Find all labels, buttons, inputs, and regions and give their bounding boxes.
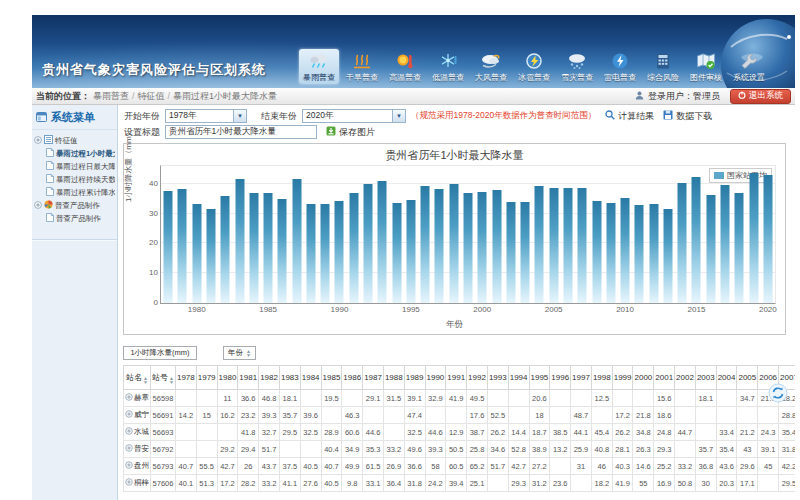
- year-header-1999[interactable]: 1999: [612, 366, 633, 390]
- year-header-2003[interactable]: 2003: [695, 366, 716, 390]
- row-expand-icon[interactable]: [125, 461, 133, 471]
- year-header-1988[interactable]: 1988: [383, 366, 404, 390]
- station-name-header[interactable]: 站名▲▼: [124, 366, 151, 390]
- save-image-button[interactable]: 保存图片: [326, 126, 375, 139]
- year-header-1990[interactable]: 1990: [425, 366, 446, 390]
- bar-2010[interactable]: [621, 198, 630, 303]
- station-id-header[interactable]: 站号▲▼: [151, 366, 176, 390]
- bar-1989[interactable]: [321, 204, 330, 303]
- sort-icons[interactable]: ▲▼: [143, 376, 148, 384]
- nav-drought-survey[interactable]: 干旱普查: [342, 49, 382, 84]
- bar-2019[interactable]: [749, 173, 758, 303]
- bar-1992[interactable]: [364, 184, 373, 303]
- bar-1996[interactable]: [421, 186, 430, 303]
- bar-2018[interactable]: [735, 193, 744, 303]
- nav-system-settings[interactable]: 系统设置: [729, 49, 769, 84]
- year-header-1987[interactable]: 1987: [363, 366, 384, 390]
- year-header-1997[interactable]: 1997: [571, 366, 592, 390]
- sort-icons[interactable]: ▲▼: [246, 349, 251, 357]
- calculate-result-button[interactable]: 计算结果: [605, 110, 654, 123]
- bar-2002[interactable]: [506, 202, 515, 303]
- sort-icons[interactable]: ▲▼: [169, 376, 174, 384]
- chart-title-input[interactable]: [165, 125, 317, 139]
- year-header-2005[interactable]: 2005: [737, 366, 758, 390]
- bar-1991[interactable]: [349, 193, 358, 303]
- bar-2017[interactable]: [721, 185, 730, 303]
- bar-1998[interactable]: [449, 184, 458, 303]
- nav-heat-survey[interactable]: 高温普查: [385, 49, 425, 84]
- tree-item-1-0[interactable]: 普查产品制作: [34, 212, 115, 225]
- bar-2012[interactable]: [649, 204, 658, 303]
- tree-group-0[interactable]: 特征值: [34, 134, 115, 147]
- tree-item-0-3[interactable]: 暴雨过程累计降水量: [34, 186, 115, 199]
- bar-1997[interactable]: [435, 189, 444, 303]
- bar-1982[interactable]: [221, 196, 230, 303]
- breadcrumb-item-2[interactable]: 暴雨过程1小时最大降水量: [173, 91, 277, 101]
- year-header-1989[interactable]: 1989: [404, 366, 425, 390]
- year-header-2004[interactable]: 2004: [716, 366, 737, 390]
- year-header-1981[interactable]: 1981: [238, 366, 259, 390]
- bar-2004[interactable]: [535, 186, 544, 303]
- year-header-1998[interactable]: 1998: [591, 366, 612, 390]
- year-header-1982[interactable]: 1982: [259, 366, 280, 390]
- nav-lightning-survey[interactable]: 雷电普查: [600, 49, 640, 84]
- expand-icon[interactable]: [34, 201, 42, 211]
- start-year-select[interactable]: 1978年 ▼: [165, 109, 247, 123]
- year-header-1995[interactable]: 1995: [529, 366, 550, 390]
- breadcrumb-item-1[interactable]: 特征值: [138, 91, 165, 101]
- bar-1980[interactable]: [192, 204, 201, 303]
- bar-1999[interactable]: [464, 193, 473, 303]
- logout-button[interactable]: 退出系统: [730, 89, 791, 104]
- nav-rainstorm-survey[interactable]: 暴雨普查: [299, 49, 339, 84]
- bar-1985[interactable]: [264, 193, 273, 303]
- bar-1993[interactable]: [378, 181, 387, 303]
- nav-snow-survey[interactable]: 雪灾普查: [557, 49, 597, 84]
- bar-2009[interactable]: [606, 203, 615, 303]
- year-header-1983[interactable]: 1983: [279, 366, 300, 390]
- bar-2007[interactable]: [578, 188, 587, 303]
- year-header-1978[interactable]: 1978: [175, 366, 196, 390]
- year-header-1992[interactable]: 1992: [467, 366, 488, 390]
- year-header-1986[interactable]: 1986: [342, 366, 363, 390]
- bar-1984[interactable]: [249, 193, 258, 303]
- row-expand-icon[interactable]: [125, 444, 133, 454]
- nav-hail-survey[interactable]: 冰雹普查: [514, 49, 554, 84]
- bar-2014[interactable]: [678, 183, 687, 303]
- nav-wind-survey[interactable]: 大风普查: [471, 49, 511, 84]
- data-download-button[interactable]: 数据下载: [663, 110, 712, 123]
- bar-2000[interactable]: [478, 192, 487, 303]
- bar-1988[interactable]: [306, 204, 315, 303]
- bar-1994[interactable]: [392, 203, 401, 303]
- bar-1981[interactable]: [206, 209, 215, 303]
- year-header-1984[interactable]: 1984: [300, 366, 321, 390]
- row-expand-icon[interactable]: [125, 427, 133, 437]
- bar-2006[interactable]: [563, 188, 572, 303]
- row-expand-icon[interactable]: [125, 478, 133, 488]
- year-header-2002[interactable]: 2002: [675, 366, 696, 390]
- bar-1987[interactable]: [292, 179, 301, 303]
- tree-item-0-0[interactable]: 暴雨过程1小时最大降水量: [34, 147, 115, 160]
- nav-composite-risk[interactable]: 综合风险: [643, 49, 683, 84]
- year-header-1993[interactable]: 1993: [487, 366, 508, 390]
- bar-2013[interactable]: [663, 209, 672, 303]
- measure-filter-box[interactable]: 1小时降水量(mm): [123, 346, 197, 360]
- year-header-1996[interactable]: 1996: [550, 366, 571, 390]
- row-expand-icon[interactable]: [125, 410, 133, 420]
- end-year-select[interactable]: 2020年 ▼: [302, 109, 406, 123]
- bar-1990[interactable]: [335, 201, 344, 303]
- bar-1983[interactable]: [235, 179, 244, 303]
- tree-item-0-2[interactable]: 暴雨过程持续天数: [34, 173, 115, 186]
- year-header-1991[interactable]: 1991: [446, 366, 467, 390]
- nav-cold-survey[interactable]: 低温普查: [428, 49, 468, 84]
- bar-1979[interactable]: [178, 189, 187, 303]
- year-group-box[interactable]: 年份 ▲▼: [223, 346, 256, 360]
- tree-group-1[interactable]: 普查产品制作: [34, 199, 115, 212]
- bar-1986[interactable]: [278, 199, 287, 303]
- bar-2016[interactable]: [706, 195, 715, 303]
- year-header-1994[interactable]: 1994: [508, 366, 529, 390]
- year-header-1979[interactable]: 1979: [196, 366, 217, 390]
- breadcrumb-item-0[interactable]: 暴雨普查: [93, 91, 129, 101]
- bar-2020[interactable]: [763, 175, 772, 303]
- bar-1995[interactable]: [406, 200, 415, 303]
- bar-2015[interactable]: [692, 177, 701, 303]
